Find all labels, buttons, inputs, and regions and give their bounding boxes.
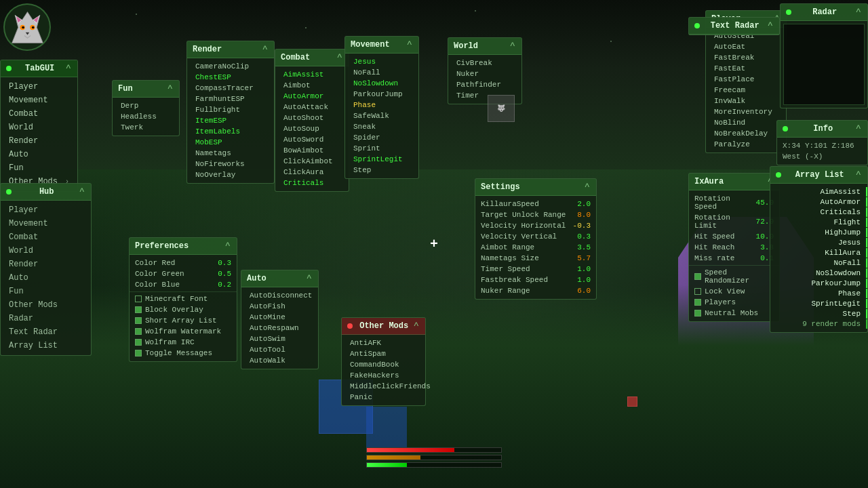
ixaura-hit-reach[interactable]: Hit Reach 3.8	[689, 242, 779, 253]
movement-header[interactable]: Movement ^	[345, 37, 418, 54]
pref-color-red[interactable]: Color Red 0.3	[130, 258, 237, 268]
ixaura-speed-rand-cb[interactable]	[694, 273, 701, 280]
render-item-compasstracer[interactable]: CompassTracer	[187, 83, 274, 94]
movement-collapse[interactable]: ^	[406, 39, 413, 50]
tabgui-item-world[interactable]: World	[1, 121, 77, 134]
hub-collapse[interactable]: ^	[78, 186, 85, 197]
movement-item-jesus[interactable]: Jesus	[345, 56, 418, 67]
render-item-nametags[interactable]: Nametags	[187, 148, 274, 159]
auto-item-automine[interactable]: AutoMine	[241, 312, 318, 323]
tabgui-item-player[interactable]: Player	[1, 80, 77, 94]
combat-collapse[interactable]: ^	[336, 52, 343, 63]
combat-item-autoattack[interactable]: AutoAttack	[275, 102, 349, 113]
world-header[interactable]: World ^	[448, 38, 521, 55]
radar-collapse[interactable]: ^	[854, 7, 862, 18]
render-item-chestesp[interactable]: ChestESP	[187, 72, 274, 83]
player-item-autoeat[interactable]: AutoEat	[706, 41, 786, 52]
auto-item-autorespawn[interactable]: AutoRespawn	[241, 323, 318, 333]
ixaura-neutral-mobs-cb[interactable]	[694, 310, 701, 317]
player-item-nobreakdelay[interactable]: NoBreakDelay	[706, 128, 786, 139]
pref-toggle-messages-checkbox[interactable]	[135, 350, 142, 357]
combat-item-bowaimbot[interactable]: BowAimbot	[275, 145, 349, 156]
ixaura-lock-view[interactable]: Lock View	[689, 286, 779, 297]
movement-item-parkourjump[interactable]: ParkourJump	[345, 89, 418, 100]
auto-header[interactable]: Auto ^	[241, 270, 318, 287]
world-collapse[interactable]: ^	[509, 41, 516, 52]
world-item-pathfinder[interactable]: Pathfinder	[448, 79, 521, 90]
player-item-moreinventory[interactable]: MoreInventory	[706, 106, 786, 117]
player-item-paralyze[interactable]: Paralyze	[706, 139, 786, 150]
movement-item-sprintlegit[interactable]: SprintLegit	[345, 154, 418, 165]
movement-item-sneak[interactable]: Sneak	[345, 121, 418, 132]
auto-item-autotool[interactable]: AutoTool	[241, 344, 318, 355]
radar-header[interactable]: Radar ^	[781, 4, 867, 21]
hub-header[interactable]: Hub ^	[1, 184, 91, 201]
textradar-header[interactable]: Text Radar ^	[689, 18, 779, 35]
hub-item-textradar[interactable]: Text Radar	[1, 325, 91, 339]
hub-item-movement[interactable]: Movement	[1, 217, 91, 230]
othermods-collapse[interactable]: ^	[412, 321, 420, 331]
combat-item-aimbot[interactable]: Aimbot	[275, 80, 349, 91]
movement-item-phase[interactable]: Phase	[345, 100, 418, 110]
hub-item-world[interactable]: World	[1, 244, 91, 258]
hub-item-radar[interactable]: Radar	[1, 312, 91, 325]
ixaura-rotation-speed[interactable]: Rotation Speed 45.0	[689, 193, 779, 212]
player-item-fasteat[interactable]: FastEat	[706, 63, 786, 74]
ixaura-speed-randomizer[interactable]: Speed Randomizer	[689, 267, 779, 286]
player-item-fastplace[interactable]: FastPlace	[706, 74, 786, 85]
player-item-fastbreak[interactable]: FastBreak	[706, 52, 786, 63]
pref-wolfram-watermark[interactable]: Wolfram Watermark	[130, 326, 237, 337]
hub-item-render[interactable]: Render	[1, 258, 91, 271]
pref-color-blue[interactable]: Color Blue 0.2	[130, 279, 237, 290]
render-item-nofireworks[interactable]: NoFireworks	[187, 159, 274, 169]
arraylist-header[interactable]: Array List ^	[770, 167, 867, 184]
fun-item-headless[interactable]: Headless	[113, 111, 179, 122]
world-item-civbreak[interactable]: CivBreak	[448, 58, 521, 68]
preferences-header[interactable]: Preferences ^	[130, 238, 237, 255]
movement-item-nofall[interactable]: NoFall	[345, 67, 418, 78]
othermods-item-antispam[interactable]: AntiSpam	[342, 348, 425, 359]
tabgui-item-fun[interactable]: Fun	[1, 161, 77, 175]
combat-item-criticals[interactable]: Criticals	[275, 178, 349, 188]
hub-item-auto[interactable]: Auto	[1, 271, 91, 285]
render-header[interactable]: Render ^	[187, 41, 274, 58]
tabgui-collapse[interactable]: ^	[64, 63, 72, 74]
fun-item-derp[interactable]: Derp	[113, 100, 179, 111]
combat-item-clickaimbot[interactable]: ClickAimbot	[275, 156, 349, 167]
pref-color-green[interactable]: Color Green 0.5	[130, 268, 237, 279]
ixaura-hit-speed[interactable]: Hit Speed 10.0	[689, 231, 779, 242]
world-item-nuker[interactable]: Nuker	[448, 68, 521, 79]
pref-minecraft-font-checkbox[interactable]	[135, 296, 142, 302]
othermods-item-panic[interactable]: Panic	[342, 392, 425, 403]
pref-short-array[interactable]: Short Array List	[130, 315, 237, 326]
ixaura-neutral-mobs[interactable]: Neutral Mobs	[689, 308, 779, 319]
pref-wolfram-irc-checkbox[interactable]	[135, 339, 142, 346]
render-item-cameranoclip[interactable]: CameraNoClip	[187, 61, 274, 72]
hub-item-player[interactable]: Player	[1, 203, 91, 217]
tabgui-header[interactable]: TabGUI ^	[1, 60, 77, 77]
othermods-header[interactable]: Other Mods ^	[342, 318, 425, 335]
combat-header[interactable]: Combat ^	[275, 49, 349, 66]
hub-item-combat[interactable]: Combat	[1, 230, 91, 244]
combat-item-autoshoot[interactable]: AutoShoot	[275, 113, 349, 123]
render-item-farmhuntesp[interactable]: FarmhuntESP	[187, 94, 274, 104]
player-item-noblind[interactable]: NoBlind	[706, 117, 786, 128]
pref-block-overlay-checkbox[interactable]	[135, 306, 142, 313]
ixaura-lock-view-cb[interactable]	[694, 288, 701, 295]
pref-minecraft-font[interactable]: Minecraft Font	[130, 293, 237, 304]
pref-wolfram-irc[interactable]: Wolfram IRC	[130, 337, 237, 348]
info-collapse[interactable]: ^	[854, 123, 862, 134]
render-item-nooverlay[interactable]: NoOverlay	[187, 169, 274, 180]
combat-item-autoarmor[interactable]: AutoArmor	[275, 91, 349, 102]
settings-header[interactable]: Settings ^	[475, 179, 596, 196]
combat-item-autosoup[interactable]: AutoSoup	[275, 123, 349, 134]
auto-item-autoswim[interactable]: AutoSwim	[241, 333, 318, 344]
render-item-mobesp[interactable]: MobESP	[187, 137, 274, 148]
hub-item-othermods[interactable]: Other Mods	[1, 298, 91, 312]
textradar-collapse[interactable]: ^	[766, 20, 774, 31]
fun-header[interactable]: Fun ^	[113, 81, 179, 98]
movement-item-noslowdown[interactable]: NoSlowdown	[345, 78, 418, 89]
info-header[interactable]: Info ^	[777, 121, 867, 138]
auto-item-autodisconnect[interactable]: AutoDisconnect	[241, 290, 318, 301]
tabgui-item-render[interactable]: Render	[1, 134, 77, 148]
